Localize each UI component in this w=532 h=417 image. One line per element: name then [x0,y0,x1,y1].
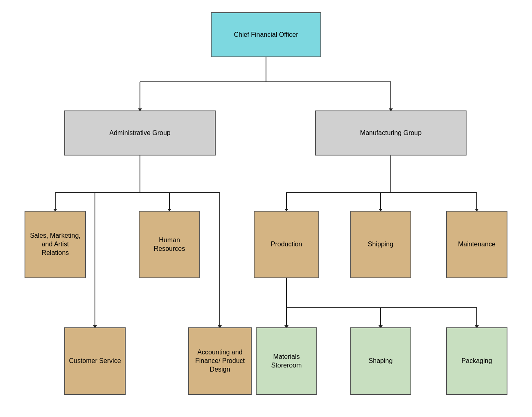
maintenance-node: Maintenance [446,211,507,278]
shipping-node: Shipping [350,211,411,278]
sales-label: Sales, Marketing, and Artist Relations [29,232,82,257]
shaping-node: Shaping [350,327,411,395]
hr-node: Human Resources [139,211,200,278]
production-node: Production [254,211,319,278]
accounting-node: Accounting and Finance/ Product Design [188,327,252,395]
maintenance-label: Maintenance [458,240,496,249]
customer-node: Customer Service [64,327,126,395]
admin-label: Administrative Group [109,129,170,137]
org-chart: Chief Financial Officer Administrative G… [0,0,532,417]
mfg-node: Manufacturing Group [315,110,467,156]
mfg-label: Manufacturing Group [360,129,422,137]
admin-node: Administrative Group [64,110,216,156]
cfo-node: Chief Financial Officer [211,12,321,57]
customer-label: Customer Service [69,357,121,365]
accounting-label: Accounting and Finance/ Product Design [192,348,248,374]
packaging-node: Packaging [446,327,507,395]
sales-node: Sales, Marketing, and Artist Relations [25,211,86,278]
packaging-label: Packaging [462,357,492,365]
production-label: Production [271,240,302,249]
cfo-label: Chief Financial Officer [234,31,298,39]
hr-label: Human Resources [143,236,196,253]
shipping-label: Shipping [368,240,393,249]
materials-label: Materials Storeroom [260,353,313,370]
materials-node: Materials Storeroom [256,327,317,395]
shaping-label: Shaping [369,357,393,365]
